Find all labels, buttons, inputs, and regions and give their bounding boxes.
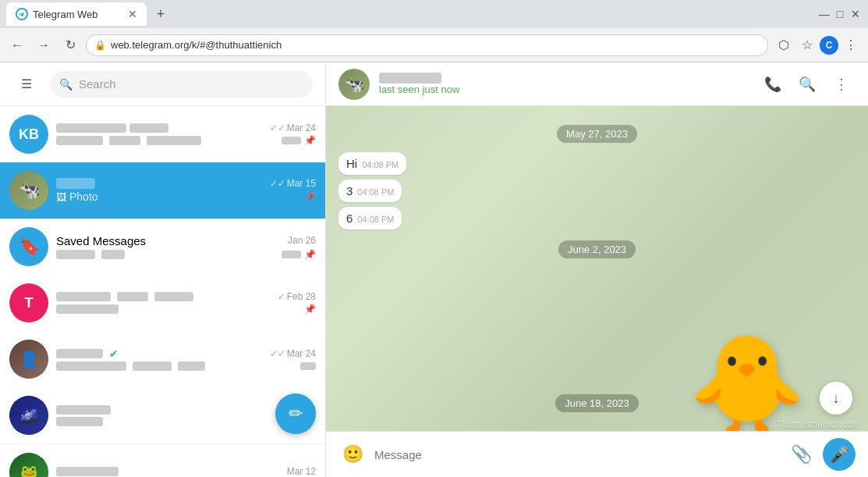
minimize-button[interactable]: — xyxy=(818,8,831,20)
t-pin-icon: 📌 xyxy=(304,304,316,315)
sidebar: ☰ 🔍 Search KB xyxy=(0,62,326,477)
tick-icon: ✓✓ xyxy=(270,123,285,133)
cast-button[interactable]: ⬡ xyxy=(773,34,795,56)
compose-fab[interactable]: ✏ xyxy=(275,393,316,434)
date-badge-june2: June 2, 2023 xyxy=(558,240,636,258)
avatar-t: T xyxy=(9,283,48,322)
c2-badge-blur xyxy=(300,362,316,370)
chat-bottom: 📌 xyxy=(56,135,316,146)
message-time-hi: 04:08 PM xyxy=(362,160,399,169)
message-input[interactable] xyxy=(374,440,779,468)
time-text-saved: Jan 26 xyxy=(288,235,316,246)
message-row-3: 3 04:08 PM xyxy=(338,180,856,202)
chat-list: KB ✓✓ Mar 24 xyxy=(0,106,325,477)
chat-preview-saved xyxy=(56,250,125,259)
maximize-button[interactable]: □ xyxy=(834,8,846,20)
c4-time-text: Mar 12 xyxy=(287,466,316,477)
preview-blur3 xyxy=(147,136,201,145)
c2-name-blur1 xyxy=(56,349,103,358)
header-name-blur xyxy=(379,73,441,84)
avatar-thuthuattienich: 🐄 xyxy=(9,171,48,210)
chat-top-contact4: Mar 12 xyxy=(56,466,316,477)
chat-badges-saved: 📌 xyxy=(282,249,316,260)
hamburger-button[interactable]: ☰ xyxy=(12,70,41,98)
chat-item-contact3[interactable]: 🌌 Mar 18 xyxy=(0,387,325,443)
chat-name-contact4 xyxy=(56,467,119,476)
chat-content-t: ✓ Feb 28 📌 xyxy=(56,291,316,315)
call-button[interactable]: 📞 xyxy=(759,70,787,98)
close-button[interactable]: ✕ xyxy=(849,8,862,20)
address-bar[interactable]: 🔒 web.telegram.org/k/#@thuthuattienich xyxy=(86,34,768,56)
pin-icon: 📌 xyxy=(304,135,316,146)
chat-header-name xyxy=(379,73,749,84)
chat-item-contact2[interactable]: 👤 ✔ ✓✓ Mar 24 xyxy=(0,331,325,387)
bookmark-button[interactable]: ☆ xyxy=(796,34,818,56)
date-divider-june2: June 2, 2023 xyxy=(338,240,856,258)
user-avatar-chrome[interactable]: C xyxy=(820,36,838,55)
chat-time-active: ✓✓ Mar 15 xyxy=(270,178,316,189)
chat-name xyxy=(56,123,168,133)
chat-item-saved[interactable]: 🔖 Saved Messages Jan 26 xyxy=(0,219,325,275)
emoji-button[interactable]: 🙂 xyxy=(338,440,367,468)
t-name-blur1 xyxy=(56,292,111,301)
voice-button[interactable]: 🎤 xyxy=(823,438,856,471)
telegram-logo-svg xyxy=(17,9,27,19)
chat-item[interactable]: KB ✓✓ Mar 24 xyxy=(0,106,325,162)
chrome-menu-button[interactable]: ⋮ xyxy=(840,34,862,56)
browser-tab[interactable]: Telegram Web ✕ xyxy=(6,2,147,26)
hamburger-icon: ☰ xyxy=(21,77,32,91)
search-box[interactable]: 🔍 Search xyxy=(50,71,313,98)
chat-badges: 📌 xyxy=(282,135,316,146)
date-badge-may27: May 27, 2023 xyxy=(557,125,637,143)
forward-button[interactable]: → xyxy=(33,34,55,56)
time-text: Mar 24 xyxy=(287,123,316,133)
new-tab-button[interactable]: + xyxy=(150,3,172,25)
photo-label: Photo xyxy=(69,190,98,203)
watermark: Thuthuattienich.com xyxy=(776,419,860,430)
chat-name-t xyxy=(56,292,193,301)
message-time-6: 04:08 PM xyxy=(357,215,394,224)
chat-item-contact4[interactable]: 🐸 Mar 12 xyxy=(0,443,325,477)
browser-titlebar: Telegram Web ✕ + — □ ✕ xyxy=(0,0,868,28)
chat-name-active xyxy=(56,178,95,189)
c3-preview-blur xyxy=(56,417,103,426)
more-options-button[interactable]: ⋮ xyxy=(827,70,856,98)
chat-item-t[interactable]: T ✓ Feb 28 xyxy=(0,275,325,331)
chat-time-saved: Jan 26 xyxy=(288,235,316,246)
url-text: web.telegram.org/k/#@thuthuattienich xyxy=(111,39,760,51)
saved-name-text: Saved Messages xyxy=(56,234,146,247)
t-preview-blur xyxy=(56,304,119,314)
c2-preview-blur3 xyxy=(178,361,205,371)
chat-top-t: ✓ Feb 28 xyxy=(56,291,316,302)
c2-preview-blur2 xyxy=(133,361,172,371)
preview-blur2 xyxy=(109,136,140,145)
contact4-avatar-inner: 🐸 xyxy=(9,453,48,478)
avatar-emoji: 🐄 xyxy=(9,171,48,210)
attach-button[interactable]: 📎 xyxy=(787,440,815,468)
chat-preview-active: 🖼 Photo xyxy=(56,190,98,203)
c3-name-blur xyxy=(56,405,111,415)
chat-bottom-t: 📌 xyxy=(56,304,316,315)
chat-badges-active: 📌 xyxy=(304,191,316,202)
saved-preview-blur1 xyxy=(56,250,95,259)
tab-close-button[interactable]: ✕ xyxy=(128,8,137,20)
avatar-saved: 🔖 xyxy=(9,227,48,266)
t-tick-icon: ✓ xyxy=(278,291,285,302)
contact3-avatar-inner: 🌌 xyxy=(9,396,48,435)
back-button[interactable]: ← xyxy=(6,34,28,56)
search-chat-button[interactable]: 🔍 xyxy=(793,70,821,98)
chat-top-active: ✓✓ Mar 15 xyxy=(56,178,316,189)
browser-toolbar: ← → ↻ 🔒 web.telegram.org/k/#@thuthuattie… xyxy=(0,28,868,62)
time-text-active: Mar 15 xyxy=(287,178,316,189)
scroll-down-button[interactable]: ↓ xyxy=(820,382,852,415)
tick-icon-active: ✓✓ xyxy=(270,178,285,189)
reload-button[interactable]: ↻ xyxy=(59,34,81,56)
message-bubble-hi: Hi 04:08 PM xyxy=(338,152,406,175)
chat-content-contact2: ✔ ✓✓ Mar 24 xyxy=(56,347,316,371)
saved-icon: 🔖 xyxy=(19,237,40,257)
chat-item-active[interactable]: 🐄 ✓✓ Mar 15 xyxy=(0,162,325,219)
browser-frame: Telegram Web ✕ + — □ ✕ ← → ↻ 🔒 web.teleg… xyxy=(0,0,868,477)
badge-blur xyxy=(282,137,301,144)
search-placeholder-text: Search xyxy=(79,77,116,91)
app-content: ☰ 🔍 Search KB xyxy=(0,62,868,477)
